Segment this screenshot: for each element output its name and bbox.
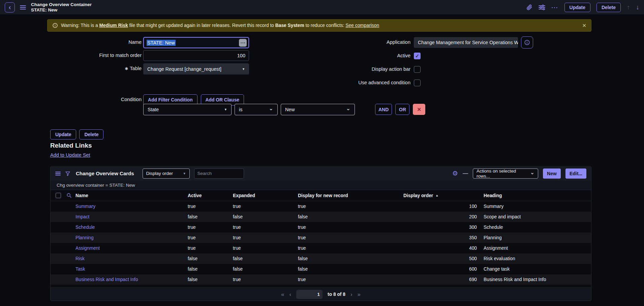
cell-display-for-new-record: true xyxy=(298,277,401,282)
cell-display-order: 600 xyxy=(401,267,484,272)
cell-heading: Change task xyxy=(484,267,588,272)
condition-label: Condition xyxy=(47,97,142,102)
condition-value-select[interactable]: New ⌄ xyxy=(281,104,355,115)
delete-button-secondary[interactable]: Delete xyxy=(79,129,103,140)
chevron-down-icon: ⌄ xyxy=(269,107,273,110)
filter-icon[interactable] xyxy=(65,171,70,176)
last-page-icon[interactable]: » xyxy=(358,292,361,297)
column-header-display-for-new-record[interactable]: Display for new record xyxy=(298,193,401,198)
cell-heading: Summary xyxy=(484,204,588,209)
paperclip-icon[interactable] xyxy=(526,4,532,10)
cell-expanded: false xyxy=(233,256,298,261)
row-name-link[interactable]: Business Risk and Impact Info xyxy=(75,277,188,282)
row-name-link[interactable]: Impact xyxy=(75,214,188,219)
list-header-row: Name Active Expanded Display for new rec… xyxy=(51,190,591,201)
text-handle-icon[interactable]: ⋯ xyxy=(239,39,247,47)
previous-page-icon[interactable]: ‹ xyxy=(289,292,291,297)
collapse-list-icon[interactable]: — xyxy=(463,171,468,177)
name-input[interactable]: STATE: New ⋯ xyxy=(143,37,249,48)
table-row: Planningtruetruetrue350Planning xyxy=(51,233,591,243)
column-header-name[interactable]: Name xyxy=(75,193,188,198)
chevron-down-icon: ▼ xyxy=(224,108,227,111)
related-links-heading: Related Links xyxy=(50,142,92,149)
column-header-heading[interactable]: Heading xyxy=(484,193,588,198)
condition-operator-select[interactable]: is ⌄ xyxy=(235,104,278,115)
application-info-button[interactable] xyxy=(521,36,533,49)
table-row: Scheduletruetruetrue300Schedule xyxy=(51,222,591,233)
row-name-link[interactable]: Assignment xyxy=(75,246,188,251)
row-name-link[interactable]: Task xyxy=(75,267,188,272)
table-row: Business Risk and Impact Infofalsetruetr… xyxy=(51,274,591,285)
or-button[interactable]: OR xyxy=(395,104,409,115)
use-advanced-condition-checkbox[interactable] xyxy=(414,80,421,86)
update-button-secondary[interactable]: Update xyxy=(50,129,76,140)
first-page-icon[interactable]: « xyxy=(281,292,284,297)
chevron-down-icon: ⌄ xyxy=(346,107,350,110)
cell-active: false xyxy=(188,267,233,272)
pagination-range-label: to 8 of 8 xyxy=(328,292,345,297)
new-button[interactable]: New xyxy=(543,169,561,179)
menu-icon[interactable] xyxy=(20,5,26,10)
select-all-checkbox[interactable] xyxy=(56,193,61,198)
list-title: Change Overview Cards xyxy=(76,171,134,176)
banner-close-icon[interactable]: ✕ xyxy=(582,23,586,29)
previous-record-icon[interactable]: ↑ xyxy=(627,4,630,11)
active-checkbox[interactable]: ✓ xyxy=(414,53,421,59)
column-header-expanded[interactable]: Expanded xyxy=(233,193,298,198)
delete-condition-button[interactable]: ✕ xyxy=(413,104,425,115)
back-button[interactable]: ‹ xyxy=(5,2,15,12)
column-header-active[interactable]: Active xyxy=(188,193,233,198)
cell-active: false xyxy=(188,256,233,261)
row-name-link[interactable]: Planning xyxy=(75,235,188,240)
table-label: ✱Table xyxy=(47,66,142,71)
add-to-update-set-link[interactable]: Add to Update Set xyxy=(50,152,90,158)
list-menu-icon[interactable] xyxy=(55,172,61,176)
use-advanced-condition-label: Use advanced condition xyxy=(303,80,410,85)
display-action-bar-checkbox[interactable] xyxy=(414,66,421,73)
list-filter-breadcrumb[interactable]: Chg overview container = STATE: New xyxy=(51,180,591,190)
list-search-input[interactable] xyxy=(194,169,244,179)
cell-heading: Assignment xyxy=(484,246,588,251)
cell-expanded: true xyxy=(233,246,298,251)
row-name-link[interactable]: Risk xyxy=(75,256,188,261)
next-record-icon[interactable]: ↓ xyxy=(636,4,640,11)
cell-display-order: 690 xyxy=(401,277,484,282)
info-icon xyxy=(524,39,530,45)
required-icon: ✱ xyxy=(125,66,128,71)
next-page-icon[interactable]: › xyxy=(350,292,352,297)
medium-risk-link[interactable]: Medium Risk xyxy=(99,23,128,28)
cell-display-for-new-record: true xyxy=(298,225,401,230)
column-search-icon[interactable] xyxy=(64,193,75,198)
and-button[interactable]: AND xyxy=(375,104,392,115)
condition-field-select[interactable]: State ▼ xyxy=(143,104,232,115)
active-label: Active xyxy=(303,53,410,58)
update-button[interactable]: Update xyxy=(564,3,590,12)
row-name-link[interactable]: Summary xyxy=(75,204,188,209)
actions-on-selected-rows-select[interactable]: Actions on selected rows... ⌄ xyxy=(473,169,538,179)
first-to-match-order-input[interactable]: 100 xyxy=(143,50,249,61)
cell-expanded: true xyxy=(233,277,298,282)
chevron-down-icon: ▼ xyxy=(183,172,186,175)
cell-expanded: true xyxy=(233,225,298,230)
warning-icon xyxy=(52,23,58,28)
cell-expanded: false xyxy=(233,214,298,219)
header-actions: ⋯ Update Delete ↑ ↓ xyxy=(526,3,639,12)
column-header-display-order[interactable]: Display order ▲ xyxy=(401,193,484,198)
sort-ascending-icon: ▲ xyxy=(435,194,438,197)
row-name-link[interactable]: Schedule xyxy=(75,225,188,230)
cell-active: true xyxy=(188,225,233,230)
cell-display-for-new-record: true xyxy=(298,204,401,209)
sort-field-select[interactable]: Display order ▼ xyxy=(143,169,190,179)
more-options-icon[interactable]: ⋯ xyxy=(551,6,558,9)
see-comparison-link[interactable]: See comparison xyxy=(345,23,379,28)
edit-button[interactable]: Edit... xyxy=(565,169,586,179)
delete-button[interactable]: Delete xyxy=(596,3,621,12)
cell-heading: Scope and impact xyxy=(484,214,588,219)
gear-icon[interactable]: ⚙ xyxy=(452,170,458,177)
table-select[interactable]: Change Request [change_request] ▼ xyxy=(143,63,249,74)
warning-banner: Warning: This is a Medium Risk file that… xyxy=(47,19,591,32)
page-number-input[interactable]: 1 xyxy=(296,290,323,299)
personalize-form-icon[interactable] xyxy=(539,5,545,10)
cell-display-for-new-record: true xyxy=(298,235,401,240)
cell-heading: Schedule xyxy=(484,225,588,230)
